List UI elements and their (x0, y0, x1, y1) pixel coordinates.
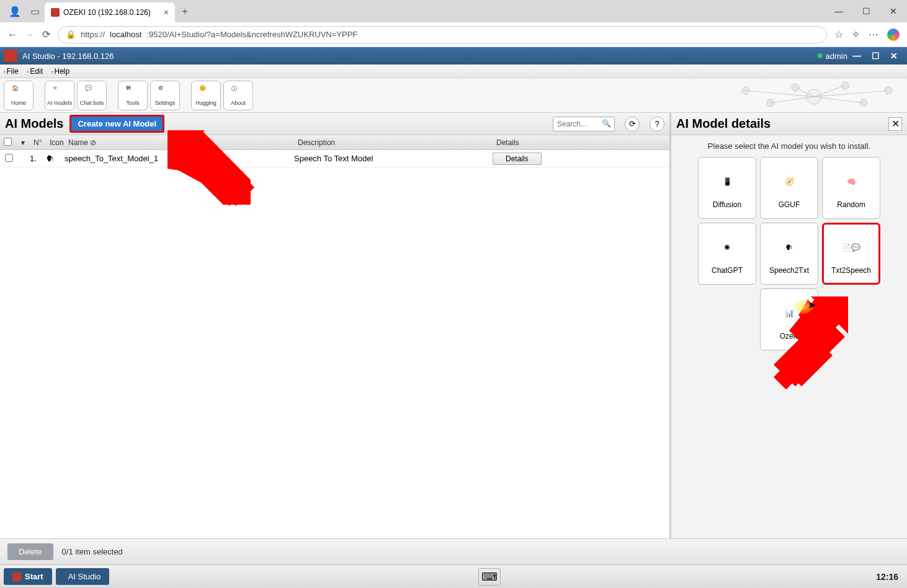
url-input[interactable]: 🔒 https://localhost:9520/AI+Studio/?a=Mo… (58, 26, 827, 43)
status-online-icon (818, 53, 823, 58)
row-checkbox[interactable] (5, 154, 13, 162)
app-logo-icon (4, 50, 17, 62)
table-header: ▾ N° Icon Name ⊘ Description Details (0, 135, 669, 150)
window-close-icon[interactable]: ✕ (880, 0, 907, 22)
app-close-icon[interactable]: ✕ (885, 51, 903, 61)
gguf-icon: 🧭 (774, 167, 804, 197)
model-ozeki[interactable]: 📊Ozeki (760, 288, 818, 350)
menu-bar: File Edit Help (0, 65, 907, 78)
model-txt2speech[interactable]: 📄💬Txt2Speech (822, 223, 880, 285)
more-icon[interactable]: ⋯ (869, 29, 878, 41)
col-name[interactable]: Name ⊘ (65, 138, 294, 147)
browser-tab[interactable]: OZEKI 10 (192.168.0.126) × (45, 2, 175, 22)
txt2speech-icon: 📄💬 (836, 233, 866, 262)
left-panel-header: AI Models Create new AI Model 🔍 ⟳ ? (0, 113, 669, 135)
table-row[interactable]: 1. 🗣 speech_To_Text_Model_1 Speech To Te… (0, 150, 669, 167)
window-maximize-icon[interactable]: ☐ (852, 0, 880, 22)
about-label: About (231, 100, 246, 106)
create-new-model-button[interactable]: Create new AI Model (69, 115, 164, 133)
col-icon[interactable]: Icon (46, 138, 65, 147)
user-label[interactable]: admin (826, 51, 847, 61)
forward-icon: → (25, 29, 35, 40)
models-label: AI models (47, 100, 72, 106)
model-diffusion[interactable]: 📱Diffusion (698, 157, 756, 219)
details-button[interactable]: Details (493, 153, 542, 165)
left-panel-title: AI Models (5, 117, 63, 131)
taskbar: Start AI Studio ⌨ 12:16 (0, 564, 907, 588)
hugging-label: Hugging (195, 100, 217, 106)
start-button[interactable]: Start (4, 568, 52, 585)
app-maximize-icon[interactable]: ☐ (866, 51, 885, 61)
start-icon (12, 572, 21, 581)
model-grid: 📱Diffusion 🧭GGUF 🧠Random ✺ChatGPT 🗣Speec… (671, 157, 907, 350)
model-gguf[interactable]: 🧭GGUF (760, 157, 818, 219)
lock-icon: 🔒 (66, 30, 76, 39)
ai-models-button[interactable]: ⚛AI models (45, 81, 74, 110)
menu-help[interactable]: Help (51, 67, 69, 76)
chat-bots-button[interactable]: 💬Chat bots (77, 81, 107, 110)
reload-button[interactable]: ⟳ (625, 117, 640, 131)
col-details[interactable]: Details (493, 138, 669, 147)
window-minimize-icon[interactable]: — (825, 0, 852, 22)
hugging-button[interactable]: 😊Hugging (191, 81, 221, 110)
speech-icon: 🗣 (46, 154, 65, 163)
search-icon[interactable]: 🔍 (602, 119, 611, 128)
browser-tab-strip: 👤 ▭ OZEKI 10 (192.168.0.126) × ＋ — ☐ ✕ (0, 0, 907, 22)
tabs-overview-icon[interactable]: ▭ (25, 2, 45, 20)
keyboard-icon[interactable]: ⌨ (478, 568, 501, 586)
svg-line-11 (814, 97, 864, 103)
sort-icon: ⊘ (90, 138, 96, 147)
favorite-star-icon[interactable]: ☆ (834, 29, 843, 41)
settings-label: Settings (155, 100, 176, 106)
close-panel-button[interactable]: ✕ (888, 117, 902, 131)
help-button[interactable]: ? (650, 117, 664, 131)
model-details-panel: AI Model details ✕ Please select the AI … (671, 113, 907, 538)
profile-icon[interactable]: 👤 (5, 2, 25, 20)
row-name: speech_To_Text_Model_1 (65, 154, 294, 163)
taskbar-app-button[interactable]: AI Studio (56, 568, 110, 585)
model-random[interactable]: 🧠Random (822, 157, 880, 219)
home-button[interactable]: 🏠Home (4, 81, 34, 110)
install-hint: Please select the AI model you wish to i… (671, 135, 907, 157)
url-prefix: https:// (81, 30, 105, 39)
close-tab-icon[interactable]: × (164, 7, 169, 17)
selection-status: 0/1 item selected (62, 547, 123, 556)
svg-line-12 (814, 91, 888, 97)
new-tab-button[interactable]: ＋ (175, 2, 195, 20)
url-rest: :9520/AI+Studio/?a=Models&ncrefreshWZUKR… (146, 30, 357, 39)
diffusion-icon: 📱 (712, 167, 742, 197)
col-description[interactable]: Description (294, 138, 493, 147)
right-panel-title: AI Model details (676, 117, 888, 131)
col-number[interactable]: N° (30, 138, 46, 147)
ozeki-icon: 📊 (774, 298, 804, 328)
app-title-bar: AI Studio - 192.168.0.126 admin — ☐ ✕ (0, 47, 907, 65)
settings-button[interactable]: ⚙Settings (150, 81, 180, 110)
toolbar: 🏠Home ⚛AI models 💬Chat bots 🛠Tools ⚙Sett… (0, 78, 907, 113)
tools-button[interactable]: 🛠Tools (118, 81, 148, 110)
select-all-checkbox[interactable] (4, 138, 12, 146)
favorites-icon[interactable]: ✧ (852, 29, 860, 41)
delete-button[interactable]: Delete (7, 543, 53, 560)
menu-file[interactable]: File (4, 67, 19, 76)
row-number: 1. (30, 154, 46, 163)
footer-bar: Delete 0/1 item selected (0, 538, 907, 564)
back-icon[interactable]: ← (7, 29, 17, 40)
model-chatgpt[interactable]: ✺ChatGPT (698, 223, 756, 285)
speech2txt-icon: 🗣 (774, 233, 804, 262)
chevron-down-icon[interactable]: ▾ (17, 138, 30, 147)
copilot-icon[interactable] (887, 29, 900, 41)
home-label: Home (11, 100, 26, 106)
model-speech2txt[interactable]: 🗣Speech2Txt (760, 223, 818, 285)
network-graphic-icon (727, 78, 901, 113)
row-desc: Speech To Text Model (294, 154, 493, 163)
refresh-icon[interactable]: ⟳ (42, 29, 50, 40)
url-host: localhost (110, 30, 141, 39)
menu-edit[interactable]: Edit (27, 67, 43, 76)
right-panel-header: AI Model details ✕ (671, 113, 907, 135)
about-button[interactable]: ⓘAbout (223, 81, 253, 110)
tab-title: OZEKI 10 (192.168.0.126) (63, 8, 151, 17)
app-title: AI Studio - 192.168.0.126 (22, 51, 818, 61)
chatgpt-icon: ✺ (712, 233, 742, 262)
tools-label: Tools (126, 100, 139, 106)
app-minimize-icon[interactable]: — (847, 51, 866, 61)
